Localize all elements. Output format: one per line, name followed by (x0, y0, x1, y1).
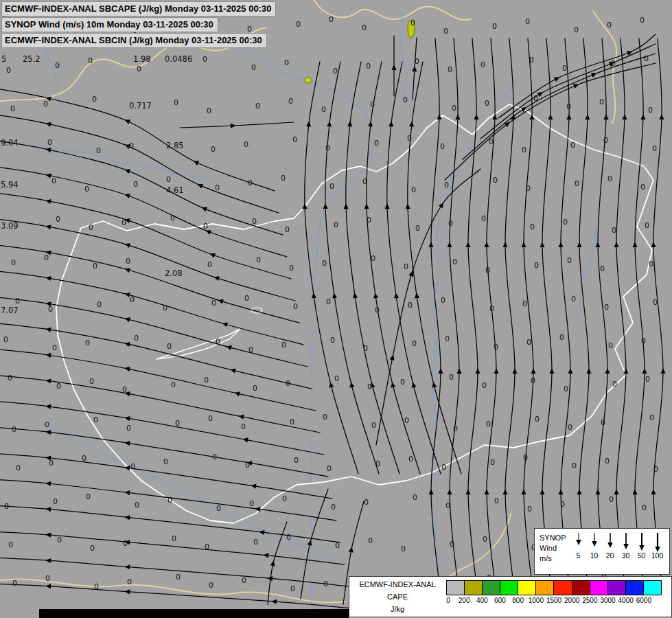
hungary-border-path (56, 104, 653, 523)
station-value: 0 (490, 458, 495, 467)
station-value: 0 (445, 501, 450, 510)
station-value: 0 (163, 457, 168, 466)
station-value: 0 (572, 461, 577, 470)
station-value: 0 (645, 375, 650, 384)
station-value: 0 (492, 22, 497, 31)
station-value: 0 (404, 262, 408, 271)
station-value: 0 (296, 20, 301, 29)
station-value: 0 (171, 380, 176, 389)
station-value: 0 (45, 574, 50, 583)
station-value: 0 (533, 94, 538, 103)
index-value: 5.94 (1, 180, 19, 190)
index-value: 1.98 (133, 54, 151, 64)
index-value: 4.61 (166, 185, 184, 195)
station-value: 0 (326, 297, 331, 306)
station-value: 0 (608, 341, 613, 350)
station-value: 0 (244, 294, 249, 303)
station-value: 0 (47, 138, 52, 147)
station-value: 0 (334, 374, 339, 383)
station-value: 0 (400, 378, 405, 387)
station-value: 0 (483, 535, 487, 544)
station-value: 0 (531, 376, 535, 385)
wind-speed-value: 30 (622, 551, 630, 560)
cape-spots-layer (305, 20, 415, 83)
station-value: 0 (90, 544, 95, 553)
cape-scale-ticks: 0200400600800100015002000250030004000600… (446, 595, 662, 606)
station-value: 0 (204, 376, 209, 385)
wind-speed-scale: 510203050100 (569, 531, 667, 573)
river-path (40, 144, 214, 180)
station-value: 0 (527, 505, 532, 514)
station-value: 0 (56, 382, 61, 391)
station-value: 0 (407, 134, 412, 143)
station-value: 0 (412, 339, 417, 348)
station-value: 0 (493, 176, 498, 185)
streamline (0, 166, 287, 257)
station-value: 0 (255, 102, 260, 111)
station-value: 0 (653, 298, 658, 307)
station-value: 0 (486, 420, 491, 428)
station-value: 0 (335, 541, 340, 550)
station-value: 0 (57, 536, 62, 545)
station-value: 0 (251, 63, 256, 72)
station-value: 0 (49, 459, 54, 468)
station-value: 0 (523, 453, 528, 462)
station-value: 0 (649, 260, 653, 268)
station-value: 0 (481, 214, 486, 223)
cape-legend-label: CAPE (353, 593, 442, 601)
station-value: 0 (55, 61, 60, 70)
station-value: 0 (607, 21, 612, 30)
station-value: 0 (612, 380, 617, 389)
station-value: 0 (452, 258, 457, 266)
station-value: 0 (640, 16, 645, 25)
station-value: 0 (535, 415, 540, 424)
station-value: 0 (440, 142, 445, 151)
cape-tick-label: 6000 (636, 597, 651, 604)
station-value: 0 (121, 218, 126, 227)
station-value: 0 (10, 104, 15, 113)
station-value: 0 (562, 64, 567, 73)
cape-legend-scale: 0200400600800100015002000250030004000600… (446, 579, 668, 615)
station-value: 0 (176, 573, 181, 582)
station-value: 0 (286, 533, 291, 542)
streamline (468, 38, 479, 606)
cape-tick-label: 600 (494, 597, 506, 604)
wind-streamlines-layer (0, 34, 664, 608)
streamline (0, 349, 316, 411)
wind-speed-item: 20 (602, 531, 618, 573)
station-value: 0 (411, 185, 416, 194)
station-value: 0 (130, 295, 135, 304)
station-value: 0 (52, 343, 57, 352)
station-value: 0 (567, 256, 572, 265)
index-value: 2.08 (165, 268, 183, 278)
station-value: 0 (325, 144, 330, 152)
station-value: 0 (566, 102, 571, 111)
station-value: 0 (575, 179, 579, 188)
index-value: 7.07 (1, 306, 19, 315)
station-value: 0 (290, 584, 295, 593)
station-value: 0 (534, 261, 539, 270)
station-value: 0 (167, 342, 172, 351)
station-value: 0 (135, 501, 139, 510)
wind-speed-item: 5 (570, 531, 586, 573)
cape-color-cell (483, 581, 500, 595)
streamline (653, 38, 664, 606)
streamline (413, 38, 417, 100)
station-value: 0 (167, 496, 172, 505)
station-value: 0 (482, 381, 487, 390)
streamline (0, 297, 308, 367)
station-value: 0 (362, 177, 367, 186)
station-value: 0 (375, 459, 380, 468)
station-value: 0 (375, 306, 380, 314)
wind-speed-item: 100 (649, 531, 665, 573)
rivers-layer (36, 4, 604, 615)
cape-tick-label: 3000 (600, 597, 615, 604)
station-value: 0 (609, 495, 614, 504)
index-value: 0.717 (129, 101, 152, 111)
title-sbcin: ECMWF-INDEX-ANAL SBCIN (J/kg) Monday 03-… (1, 33, 267, 48)
wind-speed-value: 20 (606, 551, 614, 560)
station-value: 0 (170, 214, 175, 222)
station-value: 0 (203, 222, 208, 231)
station-value: 0 (212, 453, 217, 461)
index-value: 0.0486 (165, 54, 192, 64)
